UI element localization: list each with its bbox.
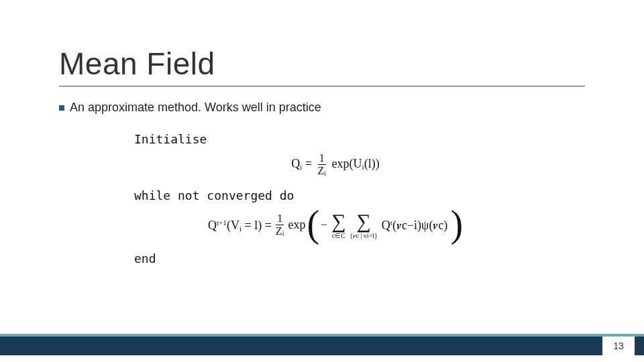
slide: Mean Field An approximate method. Works … [0,0,644,362]
eq1-exp: exp( [329,158,353,171]
bullet-text: An approximate method. Works well in pra… [70,101,321,115]
eq2-minus: − [321,219,327,232]
eq1-frac-Zi: i [324,170,326,178]
eq2-psi-arg: (𝒗c) [429,219,447,232]
eq2-vc-minus-i: (𝒗c−i) [392,219,421,232]
equation-update: Qt+1(Vi = l) = 1 Zi exp ( − ∑ c∈C ∑ {𝒗c … [134,210,537,241]
title-underline [59,86,585,86]
eq2-lhs: Qt+1(Vi = l) = [208,219,272,233]
eq2-eq-l: = l) = [241,219,272,232]
eq1-arg: (l)) [364,158,380,171]
eq2-parenV: (V [227,219,239,232]
page-number-text: 13 [613,341,624,351]
eq2-frac: 1 Zi [274,213,286,237]
eq2-sum1: ∑ c∈C [331,211,345,239]
eq2-sum1-sub: c∈C [332,233,345,239]
eq1-frac-Z: Z [318,165,325,176]
eq1-U: U [354,158,362,171]
eq2-lparen: ( [307,209,319,239]
page-title: Mean Field [59,46,215,82]
eq2-Q: Q [208,219,217,232]
page-number: 13 [602,337,635,355]
eq2-frac-Z: Z [276,225,282,237]
eq1-equals: = [302,158,315,171]
algo-end: end [134,250,537,267]
eq2-sup-t1: t+1 [217,219,227,227]
eq2-frac-num: 1 [276,213,284,225]
sigma-icon: ∑ [357,211,371,231]
footer-bar [0,337,644,355]
eq2-psi: ψ [421,219,429,232]
eq2-frac-den: Zi [274,225,286,237]
eq1-frac: 1Zi [317,153,328,177]
bullet-item: An approximate method. Works well in pra… [59,101,321,115]
eq2-Qt: Q [382,219,390,232]
bullet-icon [59,105,64,111]
algo-initialise: Initialise [134,131,537,147]
algorithm-block: Initialise Qi = 1Zi exp(Ui(l)) while not… [134,131,537,267]
eq2-exp: exp [288,219,305,232]
sigma-icon: ∑ [331,211,345,231]
algo-while: while not converged do [134,187,537,204]
eq2-frac-Zi: i [282,230,284,237]
eq1-frac-num: 1 [318,153,326,165]
equation-init: Qi = 1Zi exp(Ui(l)) [134,153,537,177]
eq1-Q: Q [291,158,300,171]
eq2-Qt-term: Qt(𝒗c−i)ψ(𝒗c) [382,219,448,233]
eq2-sum2: ∑ {𝒗c | vi=l} [350,211,378,239]
eq1-frac-den: Zi [317,165,328,177]
eq2-rparen: ) [450,209,463,239]
eq2-sum2-sub: {𝒗c | vi=l} [350,233,378,239]
